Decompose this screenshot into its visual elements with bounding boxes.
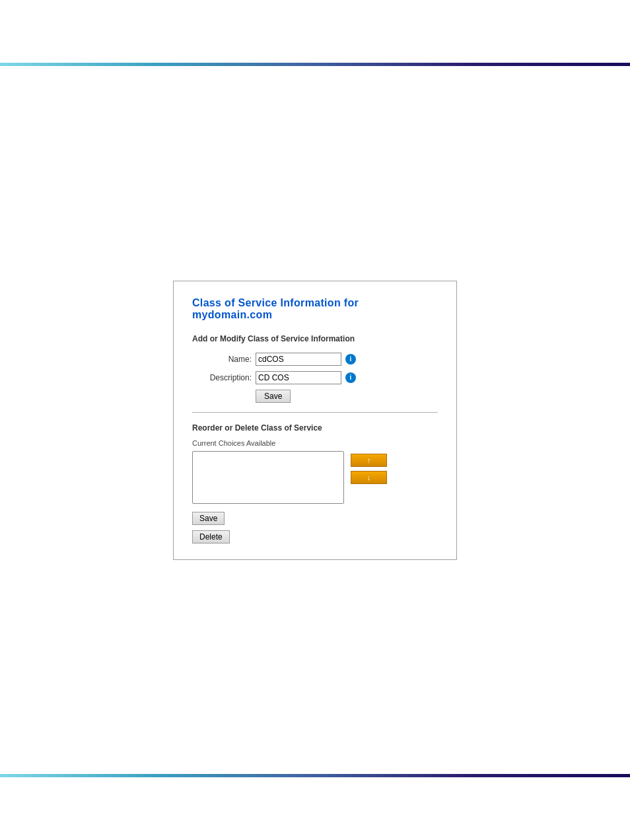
reorder-heading: Reorder or Delete Class of Service (192, 423, 438, 433)
description-label: Description: (192, 373, 252, 382)
name-row: Name: i (192, 353, 438, 366)
description-input[interactable] (256, 371, 341, 384)
page-content: Class of Service Information for mydomai… (0, 66, 630, 774)
move-up-button[interactable]: ↑ (351, 454, 387, 467)
panel-title: Class of Service Information for mydomai… (192, 297, 438, 321)
reorder-buttons: ↑ ↓ (351, 454, 387, 484)
add-modify-heading: Add or Modify Class of Service Informati… (192, 334, 438, 343)
delete-button[interactable]: Delete (192, 530, 230, 543)
choices-row: ↑ ↓ (192, 451, 438, 504)
save-bottom-button[interactable]: Save (192, 512, 225, 525)
name-input[interactable] (256, 353, 341, 366)
description-info-icon[interactable]: i (345, 372, 356, 383)
reorder-section: Reorder or Delete Class of Service Curre… (192, 423, 438, 543)
main-panel: Class of Service Information for mydomai… (173, 281, 457, 560)
move-down-button[interactable]: ↓ (351, 471, 387, 484)
choices-listbox[interactable] (192, 451, 344, 504)
name-label: Name: (192, 355, 252, 364)
save-top-button[interactable]: Save (256, 390, 291, 403)
section-divider (192, 412, 438, 413)
name-info-icon[interactable]: i (345, 354, 356, 365)
add-modify-section: Add or Modify Class of Service Informati… (192, 334, 438, 403)
bottom-gradient-bar (0, 774, 630, 777)
description-row: Description: i (192, 371, 438, 384)
current-choices-label: Current Choices Available (192, 439, 438, 447)
save-top-container: Save (256, 390, 438, 403)
